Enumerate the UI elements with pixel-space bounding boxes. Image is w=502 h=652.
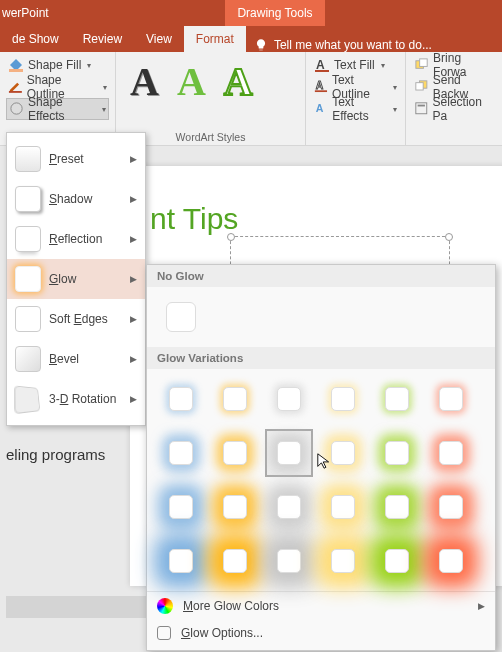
resize-handle[interactable]: [445, 233, 453, 241]
reflect-thumb-icon: [15, 226, 41, 252]
glow-none[interactable]: [157, 293, 205, 341]
pencil-icon: [8, 79, 23, 95]
submenu-arrow-icon: ▶: [130, 354, 137, 364]
glow-swatch[interactable]: [157, 429, 205, 477]
wordart-preset-1[interactable]: A: [130, 58, 159, 105]
tell-me-text: Tell me what you want to do...: [274, 38, 432, 52]
effects-icon: [9, 101, 24, 117]
bring-forward-icon: [414, 57, 429, 73]
glow-swatch[interactable]: [319, 375, 367, 423]
soft-thumb-icon: [15, 306, 41, 332]
submenu-arrow-icon: ▶: [130, 394, 137, 404]
effects-item-reflect[interactable]: Reflection▶: [7, 219, 145, 259]
options-icon: [157, 626, 171, 640]
glow-swatch[interactable]: [157, 375, 205, 423]
glow-thumb-icon: [15, 266, 41, 292]
glow-swatch[interactable]: [427, 483, 475, 531]
glow-swatch[interactable]: [427, 537, 475, 585]
wordart-preset-2[interactable]: A: [177, 58, 206, 105]
glow-swatch[interactable]: [211, 375, 259, 423]
glow-swatch[interactable]: [265, 537, 313, 585]
effects-item-glow[interactable]: Glow▶: [7, 259, 145, 299]
svg-text:A: A: [316, 58, 325, 72]
glow-swatch[interactable]: [373, 537, 421, 585]
app-name-fragment: werPoint: [0, 6, 168, 20]
svg-text:A: A: [316, 102, 324, 114]
selection-pane-icon: [414, 101, 429, 117]
tab-slideshow[interactable]: de Show: [0, 26, 71, 52]
svg-rect-13: [418, 105, 425, 107]
effects-item-preset[interactable]: Preset▶: [7, 139, 145, 179]
glow-swatch[interactable]: [265, 375, 313, 423]
effects-item-rot3d[interactable]: 3-D Rotation▶: [7, 379, 145, 419]
submenu-arrow-icon: ▶: [130, 314, 137, 324]
glow-variations-grid: [157, 375, 485, 585]
tab-view[interactable]: View: [134, 26, 184, 52]
glow-swatch[interactable]: [265, 483, 313, 531]
svg-rect-11: [416, 83, 423, 90]
glow-swatch[interactable]: [373, 429, 421, 477]
glow-swatch[interactable]: [211, 483, 259, 531]
slide-title-fragment: nt Tips: [150, 202, 238, 236]
resize-handle[interactable]: [227, 233, 235, 241]
shape-effects-button[interactable]: Shape Effects▾: [6, 98, 109, 120]
text-outline-icon: A: [314, 79, 328, 95]
glow-swatch[interactable]: [427, 375, 475, 423]
rot3d-thumb-icon: [14, 385, 40, 414]
glow-swatch[interactable]: [211, 537, 259, 585]
glow-options[interactable]: Glow Options...: [147, 620, 495, 646]
svg-rect-6: [315, 90, 327, 92]
preset-thumb-icon: [15, 146, 41, 172]
glow-swatch[interactable]: [211, 429, 259, 477]
bevel-thumb-icon: [15, 346, 41, 372]
glow-swatch[interactable]: [319, 537, 367, 585]
svg-rect-4: [315, 70, 329, 72]
lightbulb-icon: [254, 38, 268, 52]
wordart-styles-gallery[interactable]: A A A: [122, 54, 299, 109]
glow-swatch[interactable]: [265, 429, 313, 477]
glow-swatch[interactable]: [373, 483, 421, 531]
glow-swatch[interactable]: [157, 537, 205, 585]
glow-submenu: No Glow Glow Variations More Glow Colors…: [146, 264, 496, 651]
svg-rect-1: [9, 91, 22, 93]
wordart-preset-3[interactable]: A: [224, 58, 253, 105]
text-fill-icon: A: [314, 57, 330, 73]
svg-point-2: [11, 103, 22, 114]
text-effects-icon: A: [314, 101, 328, 117]
submenu-arrow-icon: ▶: [478, 601, 485, 611]
ribbon-tabs: de Show Review View Format Tell me what …: [0, 26, 502, 52]
svg-rect-0: [9, 69, 23, 72]
tell-me-search[interactable]: Tell me what you want to do...: [246, 38, 440, 52]
glow-swatch[interactable]: [319, 483, 367, 531]
send-backward-icon: [414, 79, 429, 95]
submenu-arrow-icon: ▶: [130, 274, 137, 284]
contextual-tab-label: Drawing Tools: [225, 0, 324, 26]
svg-rect-9: [420, 59, 428, 67]
glow-swatch[interactable]: [373, 375, 421, 423]
glow-swatch[interactable]: [157, 483, 205, 531]
thumbnail-placeholder: [6, 596, 146, 618]
tab-review[interactable]: Review: [71, 26, 134, 52]
submenu-arrow-icon: ▶: [130, 154, 137, 164]
submenu-arrow-icon: ▶: [130, 234, 137, 244]
effects-item-soft[interactable]: Soft Edges▶: [7, 299, 145, 339]
glow-swatch[interactable]: [427, 429, 475, 477]
glow-swatch[interactable]: [319, 429, 367, 477]
submenu-arrow-icon: ▶: [130, 194, 137, 204]
shadow-thumb-icon: [15, 186, 41, 212]
glow-variations-header: Glow Variations: [147, 347, 495, 369]
tab-format[interactable]: Format: [184, 26, 246, 52]
wordart-group-label: WordArt Styles: [122, 131, 299, 145]
effects-item-bevel[interactable]: Bevel▶: [7, 339, 145, 379]
svg-rect-12: [416, 103, 427, 114]
slide-body-fragment: eling programs: [6, 446, 105, 463]
more-glow-colors[interactable]: More Glow Colors ▶: [147, 592, 495, 620]
selection-pane-button[interactable]: Selection Pa: [412, 98, 496, 120]
svg-text:A: A: [316, 80, 324, 91]
no-glow-header: No Glow: [147, 265, 495, 287]
shape-effects-menu: Preset▶Shadow▶Reflection▶Glow▶Soft Edges…: [6, 132, 146, 426]
effects-item-shadow[interactable]: Shadow▶: [7, 179, 145, 219]
paint-bucket-icon: [8, 57, 24, 73]
text-effects-button[interactable]: A Text Effects▾: [312, 98, 399, 120]
color-wheel-icon: [157, 598, 173, 614]
